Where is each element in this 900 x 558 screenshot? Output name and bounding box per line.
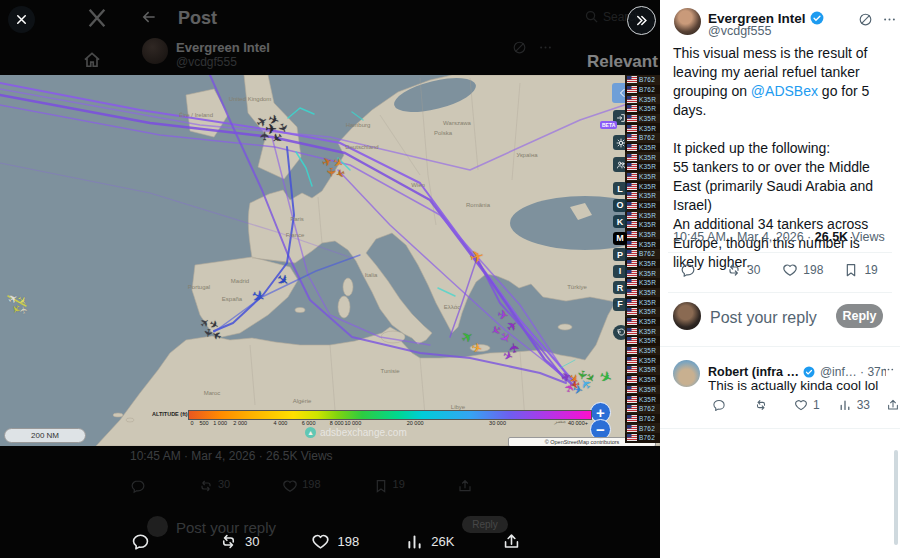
flight-list-row[interactable]: K35R	[625, 172, 660, 182]
us-flag-icon	[627, 231, 637, 238]
reply-more-icon[interactable]	[882, 363, 895, 376]
flight-list-row[interactable]: K35R	[625, 278, 660, 288]
next-image-button[interactable]	[627, 6, 656, 35]
map-filter-button-r[interactable]: R	[613, 281, 627, 294]
flight-list-row[interactable]: K35R	[625, 385, 660, 395]
panel-scrollbar[interactable]	[894, 450, 898, 545]
map-filter-button-i[interactable]: I	[613, 265, 627, 278]
flight-list-row[interactable]: K35R	[625, 210, 660, 220]
map-filter-button-p[interactable]: P	[613, 248, 627, 261]
retweet-button[interactable]: 30	[726, 262, 760, 278]
lightbox-like-button[interactable]: 198	[311, 532, 359, 551]
flight-list-row[interactable]: K35R	[625, 191, 660, 201]
flight-list-row[interactable]: K35R	[625, 326, 660, 336]
flight-list-row[interactable]: K35R	[625, 268, 660, 278]
reply-share-button[interactable]	[886, 398, 900, 412]
island-mallorca	[295, 308, 305, 313]
flight-list-row[interactable]: K35R	[625, 230, 660, 240]
grok-actions-icon[interactable]	[858, 12, 873, 27]
bookmark-button[interactable]: 19	[843, 262, 877, 278]
flight-list-row[interactable]: K35R	[625, 346, 660, 356]
reply-reply-button[interactable]	[712, 398, 726, 412]
flight-list-row[interactable]: K35R	[625, 375, 660, 385]
flight-list-row[interactable]: K35R	[625, 336, 660, 346]
lightbox-action-bar: 30 198 26K	[0, 524, 660, 558]
author-avatar[interactable]	[674, 8, 701, 35]
composer-avatar	[673, 302, 701, 330]
flight-list-row[interactable]: K35R	[625, 355, 660, 365]
adsbx-watermark: ▲ adsbexchange.com	[305, 427, 407, 438]
verified-badge-icon	[810, 11, 824, 25]
flight-list-row[interactable]: K35R	[625, 297, 660, 307]
dim-reply-icon[interactable]	[130, 478, 146, 494]
like-button[interactable]: 198	[782, 262, 823, 278]
us-flag-icon	[627, 299, 637, 306]
author-handle[interactable]: @vcdgf555	[708, 24, 771, 38]
flight-list-row[interactable]: K35R	[625, 394, 660, 404]
flight-list-row[interactable]: B762	[625, 85, 660, 95]
reply-like-button[interactable]: 1	[794, 398, 820, 412]
flight-list-row[interactable]: K35R	[625, 94, 660, 104]
more-icon[interactable]	[538, 40, 553, 55]
reply-author-name[interactable]: Robert (infra …	[708, 365, 799, 379]
search-icon[interactable]	[584, 9, 599, 24]
flight-list-row[interactable]: K35R	[625, 181, 660, 191]
dim-avatar[interactable]	[142, 38, 168, 64]
lightbox-views-button[interactable]: 26K	[405, 532, 454, 551]
us-flag-icon	[627, 425, 637, 432]
reply-composer-placeholder[interactable]: Post your reply	[710, 309, 817, 327]
close-button[interactable]	[8, 6, 35, 33]
flight-list-row[interactable]: K35R	[625, 365, 660, 375]
flight-list-row[interactable]: K35R	[625, 114, 660, 124]
adsbex-mention-link[interactable]: @ADSBex	[751, 83, 818, 99]
reply-button[interactable]	[680, 262, 696, 278]
flight-list-row[interactable]: K35R	[625, 123, 660, 133]
flight-list-row[interactable]: K35R	[625, 220, 660, 230]
map-filter-button-o[interactable]: O	[613, 199, 627, 212]
dim-share-icon[interactable]	[457, 478, 473, 494]
reply-author-avatar[interactable]	[673, 360, 700, 387]
map-filter-button-m[interactable]: M	[613, 232, 627, 245]
aircraft-icon[interactable]: ✈	[570, 378, 581, 390]
dim-like-icon[interactable]	[282, 478, 298, 494]
dim-bookmark-icon[interactable]	[373, 478, 389, 494]
flight-list-row[interactable]: B762	[625, 414, 660, 424]
flight-list-row[interactable]: K35R	[625, 143, 660, 153]
flight-list-row[interactable]: K35R	[625, 152, 660, 162]
back-arrow-icon[interactable]	[140, 8, 158, 26]
grok-icon[interactable]	[512, 40, 527, 55]
flight-list-row[interactable]: K35R	[625, 317, 660, 327]
flight-list-row[interactable]: B762	[625, 75, 660, 85]
adsb-map-image[interactable]: BETA + − ALTITUDE (ft) ▲ adsbexchange.co…	[0, 75, 660, 446]
us-flag-icon	[627, 173, 637, 180]
flight-list-row[interactable]: K35R	[625, 201, 660, 211]
lightbox-share-button[interactable]	[502, 532, 521, 551]
aircraft-icon[interactable]: ✈	[265, 122, 277, 136]
flight-list-row[interactable]: B762	[625, 133, 660, 143]
flight-list-row[interactable]: B762	[625, 404, 660, 414]
map-filter-button-l[interactable]: L	[613, 182, 627, 195]
reply-action-row: 1 33	[712, 398, 892, 412]
tweet-more-icon[interactable]	[882, 12, 897, 27]
map-filter-button-k[interactable]: K	[613, 215, 627, 228]
flight-list-row[interactable]: K35R	[625, 239, 660, 249]
lightbox-reply-button[interactable]	[131, 532, 150, 551]
lightbox-retweet-button[interactable]: 30	[219, 532, 259, 551]
flight-list-row[interactable]: B762	[625, 249, 660, 259]
flight-list-row[interactable]: K35R	[625, 104, 660, 114]
map-filter-button-f[interactable]: F	[613, 298, 627, 311]
home-icon[interactable]	[82, 50, 102, 70]
flight-list-row[interactable]: K35R	[625, 259, 660, 269]
dim-author-name: Evergreen Intel	[176, 40, 270, 55]
flight-list-row[interactable]: B762	[625, 423, 660, 433]
heart-icon	[311, 532, 330, 551]
reply-views-button[interactable]: 33	[838, 398, 870, 412]
reply-submit-button[interactable]: Reply	[836, 304, 883, 328]
flight-list-row[interactable]: K35R	[625, 288, 660, 298]
dim-retweet-icon[interactable]	[198, 478, 214, 494]
flight-list-row[interactable]: K35R	[625, 162, 660, 172]
flight-list-row[interactable]: B762	[625, 433, 660, 443]
aircraft-icon[interactable]: ✈	[18, 305, 29, 315]
flight-list-row[interactable]: K35R	[625, 307, 660, 317]
reply-retweet-button[interactable]	[754, 398, 768, 412]
